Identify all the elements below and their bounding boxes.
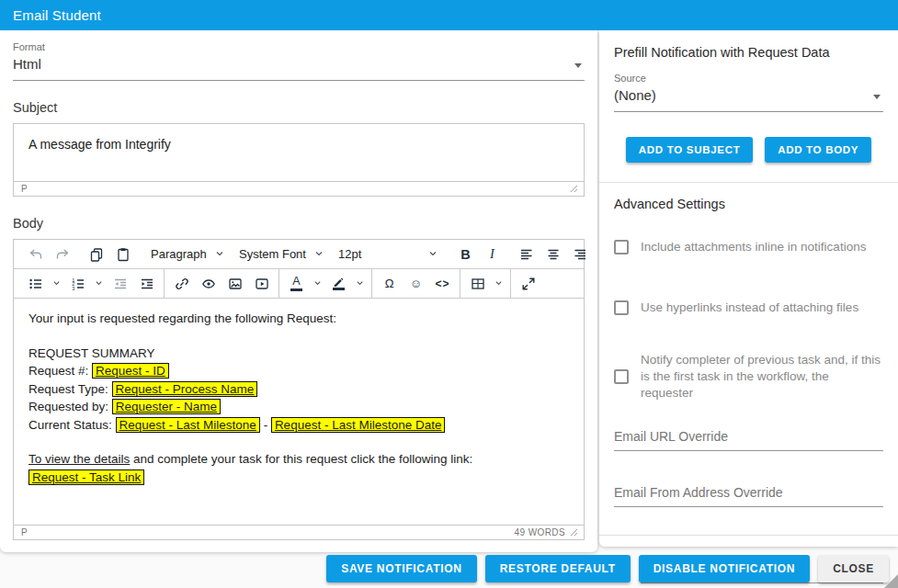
body-line: Your input is requested regarding the fo… bbox=[28, 311, 569, 328]
checkbox-label: Use hyperlinks instead of attaching file… bbox=[641, 300, 858, 316]
preview-button[interactable] bbox=[197, 272, 220, 295]
insert-image-button[interactable] bbox=[223, 272, 246, 295]
merge-field-token: Request - Last Milestone Date bbox=[271, 417, 446, 433]
body-editor: Paragraph System Font 12pt B I bbox=[13, 239, 585, 540]
table-button[interactable] bbox=[466, 272, 489, 295]
source-field: Source (None) bbox=[614, 73, 883, 112]
copy-button[interactable] bbox=[85, 243, 108, 266]
redo-button[interactable] bbox=[51, 243, 74, 266]
chevron-down-icon bbox=[95, 280, 103, 287]
checkbox-use-hyperlinks[interactable] bbox=[614, 300, 629, 315]
text-color-options-button[interactable] bbox=[312, 272, 324, 295]
numbered-list-button[interactable]: 123 bbox=[66, 272, 89, 295]
text-color-button[interactable]: A bbox=[285, 272, 308, 295]
insert-media-button[interactable] bbox=[250, 272, 273, 295]
save-notification-button[interactable]: SAVE NOTIFICATION bbox=[326, 555, 476, 582]
subject-editor: A message from Integrify P bbox=[13, 123, 585, 197]
chevron-down-icon bbox=[215, 251, 224, 257]
resize-handle-icon[interactable] bbox=[570, 528, 578, 537]
outdent-button[interactable] bbox=[108, 272, 131, 295]
smiley-icon: ☺ bbox=[410, 277, 422, 290]
restore-default-button[interactable]: RESTORE DEFAULT bbox=[485, 555, 631, 582]
resize-handle-icon[interactable] bbox=[570, 185, 578, 193]
text-color-icon: A bbox=[290, 276, 302, 291]
body-line: Request - Task Link bbox=[28, 469, 569, 487]
paste-button[interactable] bbox=[111, 243, 134, 266]
source-code-button[interactable]: <> bbox=[431, 272, 454, 295]
redo-icon bbox=[55, 247, 70, 262]
table-options-button[interactable] bbox=[493, 272, 505, 295]
bold-button[interactable]: B bbox=[454, 243, 477, 266]
copy-icon bbox=[89, 247, 104, 262]
subject-input[interactable]: A message from Integrify bbox=[14, 124, 584, 181]
body-text: Request #: bbox=[28, 364, 92, 378]
editor-toolbar-row2: 123 A Ω ☺ <> bbox=[14, 269, 584, 299]
font-family-value: System Font bbox=[239, 247, 306, 261]
undo-button[interactable] bbox=[24, 243, 47, 266]
fullscreen-button[interactable] bbox=[517, 272, 540, 295]
body-text: - bbox=[260, 418, 271, 432]
checkbox-notify-completer[interactable] bbox=[614, 369, 629, 384]
bullet-list-button[interactable] bbox=[24, 272, 47, 295]
format-select[interactable]: Html bbox=[13, 52, 585, 81]
source-select[interactable]: (None) bbox=[614, 84, 883, 112]
emoticon-button[interactable]: ☺ bbox=[404, 272, 427, 295]
checkbox-row[interactable]: Use hyperlinks instead of attaching file… bbox=[614, 294, 883, 322]
highlight-color-icon bbox=[332, 277, 346, 290]
block-format-value: Paragraph bbox=[151, 247, 207, 261]
element-path: P bbox=[21, 527, 28, 537]
email-from-override-input[interactable] bbox=[614, 481, 883, 507]
window-resize-handle[interactable] bbox=[884, 574, 898, 588]
prefill-title: Prefill Notification with Request Data bbox=[614, 45, 883, 60]
dialog-actions: SAVE NOTIFICATION RESTORE DEFAULT DISABL… bbox=[326, 555, 889, 582]
body-line: Request Type: Request - Process Name bbox=[28, 380, 569, 399]
merge-field-token: Requester - Name bbox=[112, 399, 221, 414]
align-left-icon bbox=[519, 247, 534, 262]
font-size-select[interactable]: 12pt bbox=[333, 243, 443, 266]
image-icon bbox=[228, 277, 243, 291]
close-button[interactable]: CLOSE bbox=[818, 555, 889, 582]
omega-icon: Ω bbox=[385, 277, 394, 290]
body-text: Your input is requested regarding the fo… bbox=[28, 311, 336, 325]
link-button[interactable] bbox=[170, 272, 193, 295]
special-char-button[interactable]: Ω bbox=[378, 272, 401, 295]
chevron-down-icon bbox=[356, 280, 364, 287]
italic-button[interactable]: I bbox=[481, 243, 504, 266]
align-left-button[interactable] bbox=[515, 243, 538, 266]
chevron-down-icon bbox=[428, 251, 438, 257]
chevron-down-icon bbox=[873, 95, 881, 99]
font-family-select[interactable]: System Font bbox=[233, 243, 329, 266]
paste-icon bbox=[116, 247, 131, 262]
preview-eye-icon bbox=[201, 277, 216, 291]
body-line: Request #: Request - ID bbox=[28, 362, 569, 380]
add-to-body-button[interactable]: ADD TO BODY bbox=[765, 137, 871, 163]
numbered-list-options-button[interactable] bbox=[93, 272, 105, 295]
add-to-subject-button[interactable]: ADD TO SUBJECT bbox=[626, 137, 754, 163]
chevron-down-icon bbox=[314, 251, 324, 257]
checkbox-attachments-inline[interactable] bbox=[614, 240, 629, 254]
highlight-color-options-button[interactable] bbox=[354, 272, 366, 295]
format-value: Html bbox=[13, 56, 41, 72]
checkbox-row[interactable]: Notify completer of previous task and, i… bbox=[614, 352, 883, 401]
body-line: To view the details and complete your ta… bbox=[28, 451, 569, 469]
advanced-settings-title: Advanced Settings bbox=[614, 197, 883, 211]
align-right-button[interactable] bbox=[568, 243, 591, 266]
indent-button[interactable] bbox=[135, 272, 158, 295]
highlight-color-button[interactable] bbox=[327, 272, 350, 295]
bullet-list-options-button[interactable] bbox=[51, 272, 63, 295]
body-text: Requested by: bbox=[28, 400, 112, 413]
body-editor-content[interactable]: Your input is requested regarding the fo… bbox=[14, 299, 584, 525]
merge-field-token: Request - Process Name bbox=[112, 381, 258, 397]
subject-statusbar: P bbox=[14, 181, 584, 196]
word-count[interactable]: 49 WORDS bbox=[515, 527, 565, 537]
disable-notification-button[interactable]: DISABLE NOTIFICATION bbox=[639, 555, 810, 582]
align-center-button[interactable] bbox=[541, 243, 564, 266]
checkbox-row[interactable]: Include attachments inline in notificati… bbox=[614, 233, 883, 261]
body-line: Current Status: Request - Last Milestone… bbox=[28, 416, 569, 435]
svg-text:3: 3 bbox=[72, 285, 74, 290]
subject-label: Subject bbox=[13, 100, 585, 115]
block-format-select[interactable]: Paragraph bbox=[145, 243, 230, 266]
email-url-override-input[interactable] bbox=[614, 425, 883, 451]
chevron-down-icon bbox=[494, 280, 503, 287]
checkbox-label: Include attachments inline in notificati… bbox=[641, 239, 866, 255]
